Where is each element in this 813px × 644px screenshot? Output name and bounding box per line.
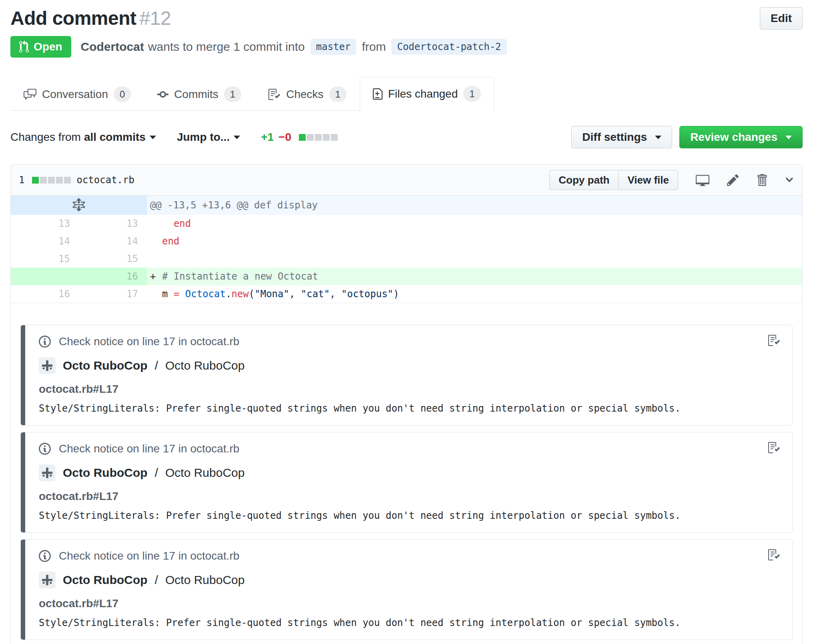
annotation-checks-badge xyxy=(767,441,780,456)
chevron-down-icon xyxy=(234,136,240,139)
plus-icon xyxy=(41,360,53,372)
review-changes-button[interactable]: Review changes xyxy=(679,126,803,148)
check-annotation: Check notice on line 17 in octocat.rb Oc… xyxy=(20,432,793,533)
counter-badge: 1 xyxy=(329,86,346,102)
new-line-number[interactable]: 16 xyxy=(79,268,147,285)
review-changes-label: Review changes xyxy=(690,132,777,143)
edit-file-button[interactable] xyxy=(727,173,739,187)
tool-separator: / xyxy=(155,359,158,372)
annotation-path: octocat.rb#L17 xyxy=(39,490,779,503)
diffstat-addition-block xyxy=(299,134,306,141)
annotation-left-bar xyxy=(21,432,25,532)
chevron-down-icon xyxy=(655,136,661,139)
old-line-number[interactable]: 16 xyxy=(11,285,79,303)
tool-name[interactable]: Octo RuboCop xyxy=(63,573,148,587)
diffstat-addition-block xyxy=(32,177,39,184)
tab-label: Checks xyxy=(286,88,323,101)
checklist-icon xyxy=(767,334,780,347)
file-header: 1 octocat.rb Copy path View file xyxy=(11,165,802,196)
check-annotation: Check notice on line 17 in octocat.rb Oc… xyxy=(20,325,793,426)
file-container: 1 octocat.rb Copy path View file xyxy=(10,164,803,644)
diff-settings-button[interactable]: Diff settings xyxy=(571,126,672,148)
view-file-button[interactable]: View file xyxy=(618,170,678,190)
diffstat-squares xyxy=(298,134,338,141)
info-icon xyxy=(39,335,51,348)
counter-badge: 1 xyxy=(224,86,241,102)
edit-file-icon xyxy=(727,173,739,187)
tool-context: Octo RuboCop xyxy=(165,466,244,480)
tab-checks[interactable]: Checks 1 xyxy=(254,78,360,110)
file-diff-icon xyxy=(373,88,382,100)
expand-hunk-button[interactable] xyxy=(11,196,147,215)
annotation-path: octocat.rb#L17 xyxy=(39,597,779,610)
copy-path-button[interactable]: Copy path xyxy=(549,170,619,190)
additions-count: +1 xyxy=(261,131,274,144)
new-line-number[interactable]: 14 xyxy=(79,232,147,250)
page-title: Add comment#12 xyxy=(10,7,171,29)
old-line-number[interactable]: 13 xyxy=(11,215,79,232)
check-annotation: Check notice on line 17 in octocat.rb Oc… xyxy=(20,539,793,640)
edit-button[interactable]: Edit xyxy=(760,7,803,30)
chevron-down-icon xyxy=(785,174,794,186)
old-line-number[interactable]: 15 xyxy=(11,250,79,268)
tool-name[interactable]: Octo RuboCop xyxy=(63,359,148,372)
tool-name[interactable]: Octo RuboCop xyxy=(63,466,148,480)
git-commit-icon xyxy=(157,88,168,101)
code-cell: m = Octocat.new("Mona", "cat", "octopus"… xyxy=(147,285,802,303)
checklist-icon xyxy=(767,441,780,454)
info-icon xyxy=(39,442,51,456)
pr-state-label: Open xyxy=(34,40,62,53)
annotation-avatar xyxy=(39,464,56,481)
pr-author-link[interactable]: Codertocat xyxy=(81,40,144,54)
base-branch-label[interactable]: master xyxy=(310,39,356,55)
annotation-header: Check notice on line 17 in octocat.rb xyxy=(39,442,779,456)
collapse-diff-button[interactable] xyxy=(785,174,794,186)
diff-line-row: 13 13 end xyxy=(11,215,802,232)
rich-diff-icon xyxy=(696,173,709,187)
code-text: end xyxy=(162,218,191,229)
diffstat-neutral-block xyxy=(40,177,47,184)
new-line-number[interactable]: 15 xyxy=(79,250,147,268)
annotation-tool-row: Octo RuboCop / Octo RuboCop xyxy=(39,464,779,481)
tab-label: Conversation xyxy=(42,88,108,101)
diff-toolbar: Changes from all commits Jump to... +1 −… xyxy=(10,126,803,148)
rich-diff-button[interactable] xyxy=(696,173,709,187)
annotation-header-text: Check notice on line 17 in octocat.rb xyxy=(59,550,239,562)
delete-file-icon xyxy=(757,173,767,187)
checklist-icon xyxy=(268,88,280,101)
from-word: from xyxy=(362,40,386,54)
plus-icon xyxy=(41,467,53,479)
tab-label: Commits xyxy=(174,88,218,101)
changes-from-dropdown[interactable]: Changes from all commits xyxy=(10,131,156,144)
files-count: 1 xyxy=(19,174,24,186)
annotation-message: Style/StringLiterals: Prefer single-quot… xyxy=(39,617,779,628)
jump-to-label: Jump to... xyxy=(177,131,230,144)
annotation-left-bar xyxy=(21,325,25,425)
old-line-number[interactable] xyxy=(11,268,79,285)
tab-label: Files changed xyxy=(388,88,458,100)
diff-settings-label: Diff settings xyxy=(582,132,647,143)
pr-status-row: Open Codertocat wants to merge 1 commit … xyxy=(10,36,803,58)
annotation-body: Check notice on line 17 in octocat.rb Oc… xyxy=(25,325,792,425)
pr-header: Add comment#12 Edit xyxy=(10,0,803,30)
annotation-message: Style/StringLiterals: Prefer single-quot… xyxy=(39,403,779,414)
delete-file-button[interactable] xyxy=(757,173,767,187)
pr-page: Add comment#12 Edit Open Codertocat want… xyxy=(0,0,813,644)
annotation-header: Check notice on line 17 in octocat.rb xyxy=(39,335,779,348)
jump-to-dropdown[interactable]: Jump to... xyxy=(177,131,240,144)
old-line-number[interactable]: 14 xyxy=(11,232,79,250)
diff-table: @@ -13,5 +13,6 @@ def display 13 13 end … xyxy=(11,196,802,644)
tab-commits[interactable]: Commits 1 xyxy=(144,78,254,110)
diffstat-neutral-block xyxy=(56,177,63,184)
tab-conversation[interactable]: Conversation 0 xyxy=(10,78,144,110)
file-button-group: Copy path View file xyxy=(549,170,678,190)
new-line-number[interactable]: 17 xyxy=(79,285,147,303)
code-cell: end xyxy=(147,215,802,232)
new-line-number[interactable]: 13 xyxy=(79,215,147,232)
annotation-checks-badge xyxy=(767,548,780,564)
head-branch-label[interactable]: Codertocat-patch-2 xyxy=(391,39,507,55)
tool-context: Octo RuboCop xyxy=(165,359,244,372)
file-name-link[interactable]: octocat.rb xyxy=(76,174,134,186)
tool-separator: / xyxy=(155,466,158,480)
tab-files-changed[interactable]: Files changed 1 xyxy=(360,77,494,111)
